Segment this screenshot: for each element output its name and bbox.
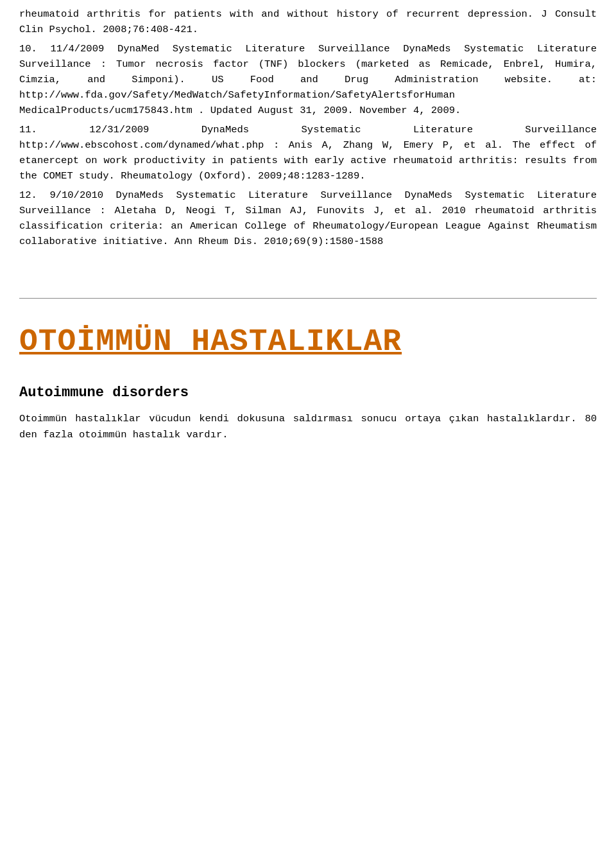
page-container: rheumatoid arthritis for patients with a… [0,0,616,443]
body-text: Otoimmün hastalıklar vücudun kendi dokus… [19,411,597,443]
section-title-link[interactable]: OTOİMMÜN HASTALIKLAR [19,324,597,359]
otoimmun-section: OTOİMMÜN HASTALIKLAR Autoimmune disorder… [19,318,597,443]
reference-block-3: 11. 12/31/2009 DynaMeds Systematic Liter… [19,122,597,184]
reference-block-2: 10. 11/4/2009 DynaMed Systematic Literat… [19,41,597,118]
subsection-title: Autoimmune disorders [19,385,597,401]
references-section: rheumatoid arthritis for patients with a… [19,0,597,272]
reference-block-4: 12. 9/10/2010 DynaMeds Systematic Litera… [19,188,597,249]
reference-block-1: rheumatoid arthritis for patients with a… [19,6,597,37]
section-divider [19,298,597,299]
